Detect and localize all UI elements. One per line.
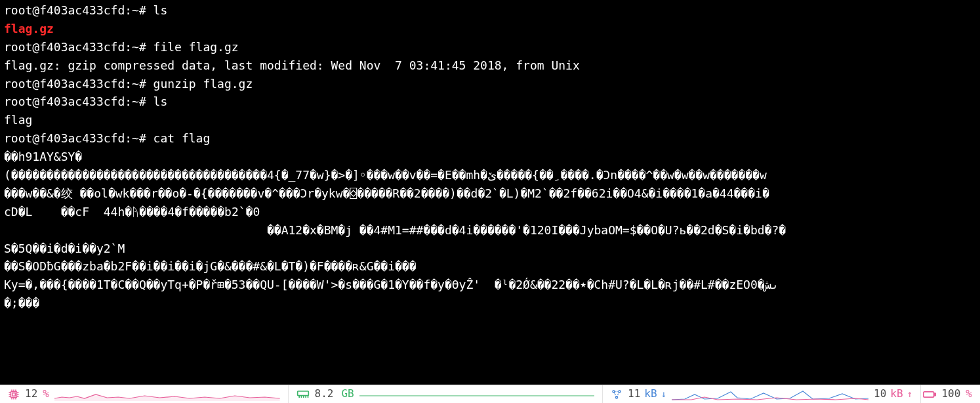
svg-rect-14	[297, 391, 308, 396]
command-text: file flag.gz	[153, 40, 239, 54]
command-line: root@f403ac433cfd:~# ls	[4, 1, 976, 20]
command-text: cat flag	[153, 131, 211, 145]
status-bar: 12% 8.2 GB 11 kB↓	[0, 385, 980, 403]
output-line: flag.gz	[4, 20, 976, 38]
memory-value: 8.2	[315, 386, 334, 402]
battery-value: 100	[941, 386, 960, 402]
svg-rect-23	[924, 391, 934, 396]
binary-output-line: ��h91AY&SY�	[4, 148, 976, 166]
command-text: ls	[153, 95, 168, 108]
terminal-output-area[interactable]: root@f403ac433cfd:~# lsflag.gzroot@f403a…	[0, 0, 980, 385]
binary-output-line: Ky=�,���{����1T�C��Q��yTq+�P�ř⊞�53��QU-[…	[4, 276, 976, 294]
net-up-unit: kB	[890, 386, 903, 402]
memory-cell: 8.2 GB	[289, 385, 603, 403]
net-up-group: 10 kB↑	[874, 386, 912, 402]
binary-output-line: S�5Q��i�d�i��y2`M	[4, 240, 976, 258]
network-icon	[611, 389, 623, 400]
shell-prompt: root@f403ac433cfd:~#	[4, 77, 153, 91]
shell-prompt: root@f403ac433cfd:~#	[4, 131, 153, 145]
cpu-icon	[8, 389, 20, 400]
command-line: root@f403ac433cfd:~# gunzip flag.gz	[4, 75, 976, 93]
battery-unit: %	[966, 386, 972, 402]
file-listing-compressed: flag.gz	[4, 22, 54, 35]
network-sparkline	[672, 388, 868, 401]
svg-point-22	[616, 396, 618, 398]
binary-output-line: cD�L ��cF 44h�ᚤ����4�f�����b2`�0	[4, 203, 976, 221]
net-down-value: 11	[628, 386, 640, 402]
svg-point-21	[619, 391, 621, 392]
cpu-cell: 12%	[0, 385, 289, 403]
svg-rect-0	[11, 391, 17, 397]
command-line: root@f403ac433cfd:~# cat flag	[4, 129, 976, 148]
output-line: flag	[4, 111, 976, 129]
cpu-value: 12	[25, 386, 37, 402]
binary-output-line: (������������������������������������4{�…	[4, 166, 976, 184]
cpu-unit: %	[43, 386, 49, 402]
network-cell: 11 kB↓ 10 kB↑	[603, 385, 921, 403]
command-text: ls	[153, 3, 168, 17]
command-line: root@f403ac433cfd:~# ls	[4, 93, 976, 111]
shell-prompt: root@f403ac433cfd:~#	[4, 40, 153, 54]
shell-prompt: root@f403ac433cfd:~#	[4, 95, 153, 108]
binary-output-line: ��A12�x�BM�ј ��4#M1=##���d�4i������'�120…	[4, 221, 976, 240]
binary-output-line: ��S�ODƀG���zba�b2F��i��i��i�jG�&���#&�L�…	[4, 257, 976, 276]
net-up-value: 10	[874, 386, 886, 402]
output-line: flag.gz: gzip compressed data, last modi…	[4, 56, 976, 75]
down-arrow-icon: ↓	[661, 387, 666, 402]
net-down-unit: kB	[644, 386, 657, 402]
memory-unit: GB	[341, 386, 354, 402]
battery-cell: 100%	[921, 385, 980, 403]
command-text: gunzip flag.gz	[153, 77, 253, 91]
svg-rect-1	[12, 392, 16, 396]
memory-sparkline	[359, 388, 594, 401]
up-arrow-icon: ↑	[907, 387, 912, 402]
battery-icon	[923, 391, 936, 398]
shell-prompt: root@f403ac433cfd:~#	[4, 3, 153, 17]
svg-point-20	[613, 391, 615, 392]
svg-rect-24	[935, 393, 936, 395]
memory-icon	[296, 390, 310, 399]
binary-output-line: ���w��&�绞 ��ol�wk���r��o�-�{�������v�^��…	[4, 184, 976, 203]
binary-output-line: �;���	[4, 294, 976, 312]
cpu-sparkline	[54, 388, 280, 401]
command-line: root@f403ac433cfd:~# file flag.gz	[4, 38, 976, 56]
net-down-group: 11 kB↓	[628, 386, 666, 402]
